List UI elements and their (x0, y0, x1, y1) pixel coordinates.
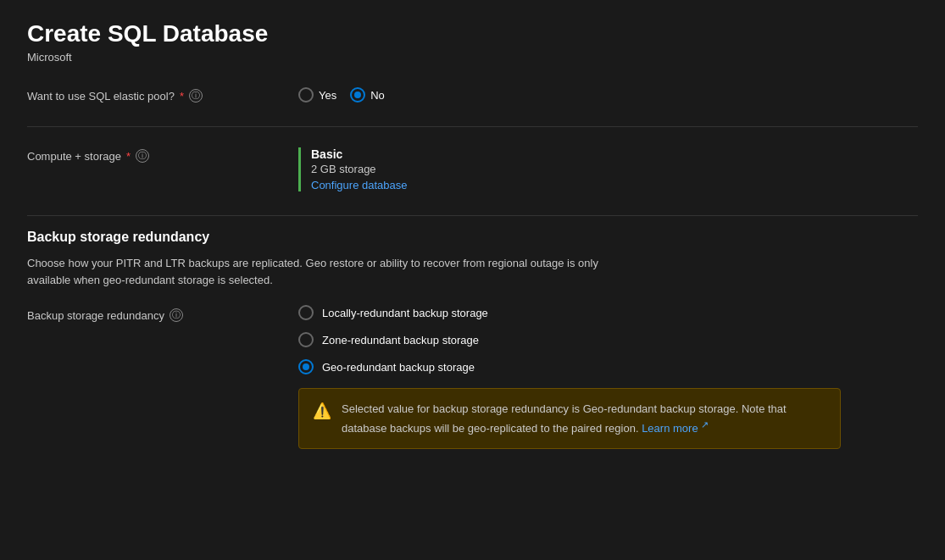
elastic-pool-yes-label: Yes (319, 89, 336, 102)
elastic-pool-radio-group: Yes No (298, 87, 918, 103)
elastic-pool-required: * (180, 90, 184, 103)
locally-redundant-label: Locally-redundant backup storage (322, 307, 488, 319)
zone-redundant-label: Zone-redundant backup storage (322, 334, 479, 347)
locally-redundant-radio[interactable] (298, 305, 314, 320)
zone-redundant-option[interactable]: Zone-redundant backup storage (298, 332, 488, 347)
compute-storage-block: Basic 2 GB storage Configure database (298, 147, 918, 191)
elastic-pool-info-icon[interactable]: ⓘ (189, 89, 203, 103)
warning-icon: ⚠️ (313, 402, 331, 420)
configure-database-link[interactable]: Configure database (311, 179, 407, 191)
warning-message: Selected value for backup storage redund… (342, 402, 787, 435)
backup-section-description: Choose how your PITR and LTR backups are… (27, 255, 603, 288)
locally-redundant-option[interactable]: Locally-redundant backup storage (298, 305, 488, 320)
elastic-pool-yes-radio[interactable] (298, 87, 314, 103)
elastic-pool-row: Want to use SQL elastic pool? * ⓘ Yes No (27, 80, 918, 109)
backup-redundancy-info-icon[interactable]: ⓘ (170, 308, 183, 322)
geo-redundant-warning-box: ⚠️ Selected value for backup storage red… (298, 388, 841, 449)
elastic-pool-yes-option[interactable]: Yes (298, 87, 336, 103)
geo-redundant-option[interactable]: Geo-redundant backup storage (298, 359, 488, 374)
backup-redundancy-row: Backup storage redundancy ⓘ Locally-redu… (27, 305, 918, 374)
page-title: Create SQL Database (27, 20, 918, 47)
compute-tier: Basic (311, 147, 918, 161)
divider-1 (27, 126, 918, 127)
warning-text-content: Selected value for backup storage redund… (342, 401, 826, 436)
geo-redundant-label: Geo-redundant backup storage (322, 361, 475, 374)
backup-section: Backup storage redundancy Choose how you… (27, 230, 918, 449)
publisher-label: Microsoft (27, 51, 918, 64)
learn-more-link[interactable]: Learn more ↗ (642, 422, 709, 435)
compute-storage-control: Basic 2 GB storage Configure database (298, 147, 918, 191)
elastic-pool-label: Want to use SQL elastic pool? * ⓘ (27, 87, 298, 103)
compute-storage-text: 2 GB storage (311, 163, 918, 175)
elastic-pool-no-radio[interactable] (350, 87, 365, 103)
divider-2 (27, 215, 918, 216)
geo-redundant-radio[interactable] (298, 359, 314, 374)
compute-storage-label: Compute + storage * ⓘ (27, 147, 298, 163)
backup-section-heading: Backup storage redundancy (27, 230, 918, 245)
zone-redundant-radio[interactable] (298, 332, 314, 347)
external-link-icon: ↗ (698, 419, 709, 430)
compute-storage-row: Compute + storage * ⓘ Basic 2 GB storage… (27, 141, 918, 198)
elastic-pool-no-label: No (370, 89, 385, 102)
compute-required: * (126, 150, 131, 163)
backup-redundancy-label: Backup storage redundancy ⓘ (27, 305, 298, 322)
elastic-pool-control: Yes No (298, 87, 918, 103)
elastic-pool-no-option[interactable]: No (350, 87, 385, 103)
compute-info-icon[interactable]: ⓘ (136, 149, 149, 163)
backup-radio-group: Locally-redundant backup storage Zone-re… (298, 305, 488, 374)
